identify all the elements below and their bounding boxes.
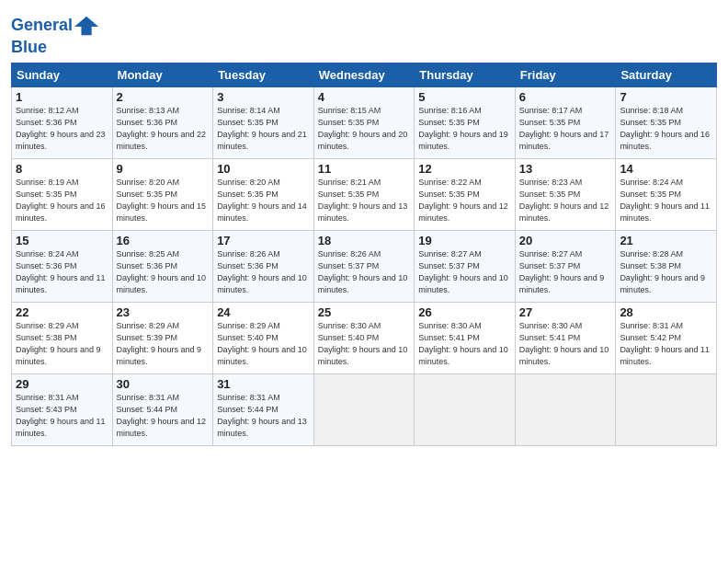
day-info: Sunrise: 8:29 AMSunset: 5:38 PMDaylight:… xyxy=(16,321,101,366)
calendar-cell: 28Sunrise: 8:31 AMSunset: 5:42 PMDayligh… xyxy=(616,302,717,373)
calendar-week-2: 8Sunrise: 8:19 AMSunset: 5:35 PMDaylight… xyxy=(12,158,717,230)
day-info: Sunrise: 8:17 AMSunset: 5:35 PMDaylight:… xyxy=(519,106,609,151)
day-info: Sunrise: 8:26 AMSunset: 5:37 PMDaylight:… xyxy=(318,249,408,294)
calendar-cell xyxy=(415,373,516,445)
day-info: Sunrise: 8:27 AMSunset: 5:37 PMDaylight:… xyxy=(519,249,605,294)
day-number: 12 xyxy=(418,162,511,176)
weekday-header-friday: Friday xyxy=(515,63,616,86)
day-info: Sunrise: 8:20 AMSunset: 5:35 PMDaylight:… xyxy=(117,178,207,223)
day-info: Sunrise: 8:29 AMSunset: 5:40 PMDaylight:… xyxy=(217,321,307,366)
calendar-cell: 20Sunrise: 8:27 AMSunset: 5:37 PMDayligh… xyxy=(515,230,616,302)
calendar-cell: 7Sunrise: 8:18 AMSunset: 5:35 PMDaylight… xyxy=(616,86,717,158)
day-info: Sunrise: 8:31 AMSunset: 5:44 PMDaylight:… xyxy=(217,393,307,438)
calendar-cell: 24Sunrise: 8:29 AMSunset: 5:40 PMDayligh… xyxy=(213,302,314,373)
day-number: 27 xyxy=(519,305,612,319)
day-number: 7 xyxy=(620,90,712,104)
weekday-header-thursday: Thursday xyxy=(415,63,516,86)
day-number: 20 xyxy=(519,234,612,247)
calendar-week-3: 15Sunrise: 8:24 AMSunset: 5:36 PMDayligh… xyxy=(12,230,717,302)
day-info: Sunrise: 8:23 AMSunset: 5:35 PMDaylight:… xyxy=(519,178,609,223)
day-number: 17 xyxy=(217,234,310,247)
calendar-cell: 5Sunrise: 8:16 AMSunset: 5:35 PMDaylight… xyxy=(415,86,516,158)
calendar-cell: 12Sunrise: 8:22 AMSunset: 5:35 PMDayligh… xyxy=(415,158,516,230)
day-info: Sunrise: 8:24 AMSunset: 5:35 PMDaylight:… xyxy=(620,178,710,223)
calendar-cell: 30Sunrise: 8:31 AMSunset: 5:44 PMDayligh… xyxy=(112,373,213,445)
day-number: 4 xyxy=(318,90,411,104)
calendar-cell: 27Sunrise: 8:30 AMSunset: 5:41 PMDayligh… xyxy=(515,302,616,373)
day-number: 15 xyxy=(16,234,108,247)
weekday-header-row: SundayMondayTuesdayWednesdayThursdayFrid… xyxy=(12,63,717,86)
day-number: 14 xyxy=(620,162,712,176)
day-number: 18 xyxy=(318,234,411,247)
day-number: 5 xyxy=(418,90,511,104)
day-number: 8 xyxy=(16,162,108,176)
day-info: Sunrise: 8:30 AMSunset: 5:41 PMDaylight:… xyxy=(418,321,508,366)
day-number: 31 xyxy=(217,377,310,391)
calendar-week-1: 1Sunrise: 8:12 AMSunset: 5:36 PMDaylight… xyxy=(12,86,717,158)
calendar-cell xyxy=(616,373,717,445)
day-number: 24 xyxy=(217,305,310,319)
day-info: Sunrise: 8:22 AMSunset: 5:35 PMDaylight:… xyxy=(418,178,508,223)
calendar-cell: 1Sunrise: 8:12 AMSunset: 5:36 PMDaylight… xyxy=(12,86,113,158)
day-number: 28 xyxy=(620,305,712,319)
calendar-cell: 25Sunrise: 8:30 AMSunset: 5:40 PMDayligh… xyxy=(313,302,415,373)
header: General Blue xyxy=(11,9,717,57)
weekday-header-tuesday: Tuesday xyxy=(213,63,314,86)
calendar-cell: 10Sunrise: 8:20 AMSunset: 5:35 PMDayligh… xyxy=(213,158,314,230)
day-info: Sunrise: 8:31 AMSunset: 5:42 PMDaylight:… xyxy=(620,321,710,366)
day-number: 22 xyxy=(16,305,108,319)
calendar-cell: 16Sunrise: 8:25 AMSunset: 5:36 PMDayligh… xyxy=(112,230,213,302)
day-info: Sunrise: 8:30 AMSunset: 5:40 PMDaylight:… xyxy=(318,321,408,366)
day-number: 1 xyxy=(16,90,108,104)
calendar-table: SundayMondayTuesdayWednesdayThursdayFrid… xyxy=(11,63,717,446)
calendar-cell: 19Sunrise: 8:27 AMSunset: 5:37 PMDayligh… xyxy=(415,230,516,302)
calendar-cell: 18Sunrise: 8:26 AMSunset: 5:37 PMDayligh… xyxy=(313,230,415,302)
page-container: General Blue SundayMondayTuesdayWednesda… xyxy=(0,0,728,454)
day-info: Sunrise: 8:14 AMSunset: 5:35 PMDaylight:… xyxy=(217,106,307,151)
day-number: 19 xyxy=(418,234,511,247)
calendar-cell: 3Sunrise: 8:14 AMSunset: 5:35 PMDaylight… xyxy=(213,86,314,158)
calendar-cell: 14Sunrise: 8:24 AMSunset: 5:35 PMDayligh… xyxy=(616,158,717,230)
day-info: Sunrise: 8:28 AMSunset: 5:38 PMDaylight:… xyxy=(620,249,705,294)
day-info: Sunrise: 8:25 AMSunset: 5:36 PMDaylight:… xyxy=(117,249,207,294)
day-info: Sunrise: 8:19 AMSunset: 5:35 PMDaylight:… xyxy=(16,178,106,223)
day-number: 3 xyxy=(217,90,310,104)
calendar-cell: 4Sunrise: 8:15 AMSunset: 5:35 PMDaylight… xyxy=(313,86,415,158)
day-info: Sunrise: 8:27 AMSunset: 5:37 PMDaylight:… xyxy=(418,249,508,294)
day-number: 21 xyxy=(620,234,712,247)
calendar-cell: 6Sunrise: 8:17 AMSunset: 5:35 PMDaylight… xyxy=(515,86,616,158)
logo: General Blue xyxy=(11,13,100,57)
day-info: Sunrise: 8:30 AMSunset: 5:41 PMDaylight:… xyxy=(519,321,609,366)
day-number: 13 xyxy=(519,162,612,176)
day-info: Sunrise: 8:24 AMSunset: 5:36 PMDaylight:… xyxy=(16,249,106,294)
calendar-cell: 21Sunrise: 8:28 AMSunset: 5:38 PMDayligh… xyxy=(616,230,717,302)
day-info: Sunrise: 8:29 AMSunset: 5:39 PMDaylight:… xyxy=(117,321,202,366)
day-number: 26 xyxy=(418,305,511,319)
calendar-week-4: 22Sunrise: 8:29 AMSunset: 5:38 PMDayligh… xyxy=(12,302,717,373)
weekday-header-sunday: Sunday xyxy=(12,63,113,86)
calendar-cell xyxy=(515,373,616,445)
weekday-header-wednesday: Wednesday xyxy=(313,63,415,86)
calendar-cell: 31Sunrise: 8:31 AMSunset: 5:44 PMDayligh… xyxy=(213,373,314,445)
calendar-week-5: 29Sunrise: 8:31 AMSunset: 5:43 PMDayligh… xyxy=(12,373,717,445)
day-number: 10 xyxy=(217,162,310,176)
day-number: 11 xyxy=(318,162,411,176)
calendar-cell: 22Sunrise: 8:29 AMSunset: 5:38 PMDayligh… xyxy=(12,302,113,373)
day-info: Sunrise: 8:20 AMSunset: 5:35 PMDaylight:… xyxy=(217,178,307,223)
calendar-cell: 2Sunrise: 8:13 AMSunset: 5:36 PMDaylight… xyxy=(112,86,213,158)
day-number: 29 xyxy=(16,377,108,391)
day-info: Sunrise: 8:16 AMSunset: 5:35 PMDaylight:… xyxy=(418,106,508,151)
day-info: Sunrise: 8:21 AMSunset: 5:35 PMDaylight:… xyxy=(318,178,408,223)
calendar-cell: 23Sunrise: 8:29 AMSunset: 5:39 PMDayligh… xyxy=(112,302,213,373)
day-number: 25 xyxy=(318,305,411,319)
day-info: Sunrise: 8:31 AMSunset: 5:44 PMDaylight:… xyxy=(117,393,207,438)
day-number: 23 xyxy=(117,305,210,319)
logo-icon xyxy=(74,13,100,39)
day-number: 30 xyxy=(117,377,210,391)
calendar-cell: 8Sunrise: 8:19 AMSunset: 5:35 PMDaylight… xyxy=(12,158,113,230)
calendar-cell: 11Sunrise: 8:21 AMSunset: 5:35 PMDayligh… xyxy=(313,158,415,230)
day-number: 2 xyxy=(117,90,210,104)
calendar-cell: 13Sunrise: 8:23 AMSunset: 5:35 PMDayligh… xyxy=(515,158,616,230)
day-number: 16 xyxy=(117,234,210,247)
svg-marker-0 xyxy=(74,17,98,36)
